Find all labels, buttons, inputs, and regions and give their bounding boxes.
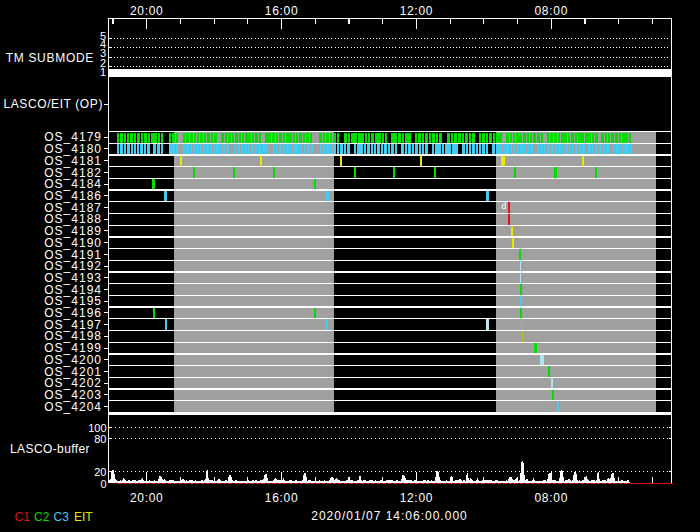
svg-text:80: 80: [94, 433, 106, 445]
svg-text:12:00: 12:00: [400, 491, 434, 505]
svg-text:08:00: 08:00: [534, 491, 568, 505]
svg-text:C3: C3: [54, 510, 70, 524]
svg-text:20: 20: [94, 466, 106, 478]
svg-text:TM SUBMODE: TM SUBMODE: [6, 51, 94, 65]
svg-text:2020/01/07 14:06:00.000: 2020/01/07 14:06:00.000: [311, 509, 467, 523]
svg-text:0: 0: [100, 478, 106, 490]
svg-text:08:00: 08:00: [534, 4, 568, 18]
svg-text:C2: C2: [34, 510, 50, 524]
svg-text:LASCO-buffer: LASCO-buffer: [10, 442, 90, 456]
svg-text:EIT: EIT: [74, 510, 93, 524]
svg-text:C1: C1: [15, 510, 31, 524]
svg-text:20:00: 20:00: [130, 4, 164, 18]
svg-text:16:00: 16:00: [265, 4, 299, 18]
svg-text:d: d: [502, 201, 507, 211]
svg-text:OS_4204: OS_4204: [44, 400, 102, 414]
svg-text:20:00: 20:00: [130, 491, 164, 505]
svg-text:12:00: 12:00: [400, 4, 434, 18]
svg-text:16:00: 16:00: [265, 491, 299, 505]
svg-text:1: 1: [100, 66, 106, 78]
svg-text:LASCO/EIT (OP): LASCO/EIT (OP): [3, 97, 103, 111]
